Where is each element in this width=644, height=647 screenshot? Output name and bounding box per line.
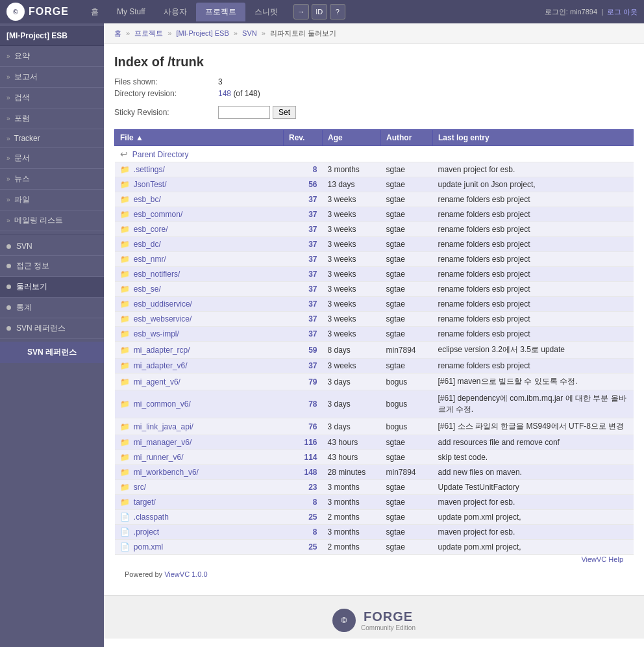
file-link[interactable]: mi_manager_v6/ — [134, 438, 192, 447]
file-link[interactable]: src/ — [134, 483, 146, 492]
rev-link[interactable]: 37 — [308, 210, 317, 219]
rev-link[interactable]: 25 — [308, 513, 317, 522]
viewvc-link[interactable]: ViewVC 1.0.0 — [164, 570, 207, 578]
nav-tab-users[interactable]: 사용자 — [155, 3, 196, 21]
breadcrumb-svn[interactable]: SVN — [242, 29, 257, 37]
log-cell: rename folders esb project — [433, 312, 634, 327]
sidebar-item-svn-ref[interactable]: SVN 레퍼런스 — [0, 318, 104, 339]
file-link[interactable]: esb_notifiers/ — [134, 270, 180, 279]
rev-link[interactable]: 114 — [304, 453, 317, 462]
rev-link[interactable]: 8 — [313, 165, 317, 174]
sidebar-item-reports[interactable]: » 보고서 — [0, 67, 104, 88]
rev-link[interactable]: 37 — [308, 314, 317, 324]
file-link[interactable]: JsonTest/ — [134, 180, 167, 189]
file-link[interactable]: .classpath — [134, 513, 169, 522]
sidebar-item-svn[interactable]: SVN — [0, 237, 104, 256]
file-link[interactable]: pom.xml — [134, 542, 163, 552]
file-cell: 📁 mi_runner_v6/ — [115, 450, 284, 465]
sidebar-item-mailing[interactable]: » 메일링 리스트 — [0, 210, 104, 231]
parent-dir-link[interactable]: Parent Directory — [132, 150, 189, 159]
sidebar-item-files[interactable]: » 파일 — [0, 190, 104, 210]
file-link[interactable]: mi_adapter_rcp/ — [134, 346, 190, 355]
sticky-revision-input[interactable] — [218, 106, 270, 119]
sidebar-item-stats[interactable]: 통계 — [0, 298, 104, 318]
rev-link[interactable]: 37 — [308, 299, 317, 309]
rev-link[interactable]: 37 — [308, 195, 317, 204]
rev-link[interactable]: 76 — [308, 422, 317, 431]
sidebar-item-news[interactable]: » 뉴스 — [0, 169, 104, 190]
table-row: 📁 esb_webservice/ 37 3 weeks sgtae renam… — [115, 312, 634, 327]
nav-id-icon[interactable]: ID — [312, 4, 327, 19]
file-sort-link[interactable]: File ▲ — [120, 133, 143, 142]
file-link[interactable]: esb_bc/ — [134, 195, 161, 204]
nav-tab-mystuff[interactable]: My Stuff — [108, 3, 155, 20]
rev-link[interactable]: 37 — [308, 270, 317, 279]
sidebar-item-summary[interactable]: » 요약 — [0, 46, 104, 67]
rev-link[interactable]: 37 — [308, 361, 317, 370]
sidebar-item-forum[interactable]: » 포럼 — [0, 108, 104, 129]
rev-link[interactable]: 79 — [308, 377, 317, 387]
sidebar-item-browse[interactable]: 둘러보기 — [0, 277, 104, 298]
rev-link[interactable]: 37 — [308, 240, 317, 249]
set-button[interactable]: Set — [273, 106, 296, 119]
col-header-age: Age — [323, 130, 381, 146]
directory-revision-row: Directory revision: 148 (of 148) — [114, 89, 634, 98]
sidebar-bottom-button[interactable]: SVN 레퍼런스 — [0, 342, 104, 363]
file-link[interactable]: esb_uddiservice/ — [134, 299, 192, 309]
sidebar-item-search[interactable]: » 검색 — [0, 88, 104, 108]
file-cell: 📁 mi_workbench_v6/ — [115, 465, 284, 480]
sidebar-project-title: [MI-Project] ESB — [0, 26, 104, 46]
rev-link[interactable]: 116 — [304, 438, 317, 447]
file-link[interactable]: esb_se/ — [134, 285, 161, 294]
file-link[interactable]: esb_ws-impl/ — [134, 329, 179, 338]
file-link[interactable]: mi_adapter_v6/ — [134, 361, 188, 370]
rev-link[interactable]: 37 — [308, 329, 317, 338]
file-link[interactable]: .project — [134, 527, 159, 537]
viewvc-help-link[interactable]: ViewVC Help — [581, 555, 623, 563]
log-cell: [#61] 소스 파일의 한글을 MS949에서 UTF-8으로 변경 — [433, 418, 634, 435]
file-link[interactable]: mi_workbench_v6/ — [134, 468, 199, 477]
rev-link[interactable]: 37 — [308, 255, 317, 264]
revision-link[interactable]: 148 — [218, 89, 231, 98]
logout-link[interactable]: 로그 아웃 — [607, 7, 638, 17]
file-link[interactable]: esb_dc/ — [134, 240, 161, 249]
rev-link[interactable]: 148 — [304, 468, 317, 477]
file-link[interactable]: mi_runner_v6/ — [134, 453, 184, 462]
rev-link[interactable]: 37 — [308, 285, 317, 294]
file-link[interactable]: esb_common/ — [134, 210, 182, 219]
age-cell: 3 weeks — [323, 222, 381, 237]
file-link[interactable]: target/ — [134, 498, 156, 507]
file-link[interactable]: esb_core/ — [134, 225, 168, 234]
nav-tab-projects[interactable]: 프로젝트 — [196, 3, 245, 21]
rev-link[interactable]: 8 — [313, 498, 317, 507]
file-link[interactable]: mi_common_v6/ — [134, 400, 191, 409]
nav-tab-snippets[interactable]: 스니펫 — [245, 3, 287, 21]
author-cell: sgtae — [381, 327, 433, 342]
file-icon: 📄 — [120, 527, 130, 537]
sidebar-item-tracker[interactable]: » Tracker — [0, 129, 104, 148]
sidebar-item-docs[interactable]: » 문서 — [0, 148, 104, 169]
nav-help-icon[interactable]: ? — [330, 4, 345, 19]
nav-tab-home[interactable]: 홈 — [82, 3, 108, 21]
rev-link[interactable]: 25 — [308, 542, 317, 552]
nav-arrow-icon[interactable]: → — [293, 4, 309, 19]
file-link[interactable]: mi_agent_v6/ — [134, 377, 180, 387]
file-link[interactable]: esb_nmr/ — [134, 255, 166, 264]
rev-link[interactable]: 56 — [308, 180, 317, 189]
breadcrumb-project[interactable]: [MI-Project] ESB — [177, 29, 229, 37]
col-header-file[interactable]: File ▲ — [115, 130, 284, 146]
file-link[interactable]: .settings/ — [134, 165, 165, 174]
rev-link[interactable]: 8 — [313, 527, 317, 537]
rev-link[interactable]: 37 — [308, 225, 317, 234]
rev-link[interactable]: 78 — [308, 400, 317, 409]
rev-link[interactable]: 59 — [308, 346, 317, 355]
file-cell: 📁 esb_se/ — [115, 282, 284, 297]
sidebar-label: SVN 레퍼런스 — [16, 323, 66, 334]
table-row: 📁 esb_notifiers/ 37 3 weeks sgtae rename… — [115, 267, 634, 282]
breadcrumb-projects[interactable]: 프로젝트 — [134, 29, 163, 37]
breadcrumb-home[interactable]: 홈 — [114, 29, 121, 37]
sidebar-item-access[interactable]: 접근 정보 — [0, 256, 104, 277]
file-link[interactable]: esb_webservice/ — [134, 314, 192, 324]
rev-link[interactable]: 23 — [308, 483, 317, 492]
file-link[interactable]: mi_link_java_api/ — [134, 422, 193, 431]
